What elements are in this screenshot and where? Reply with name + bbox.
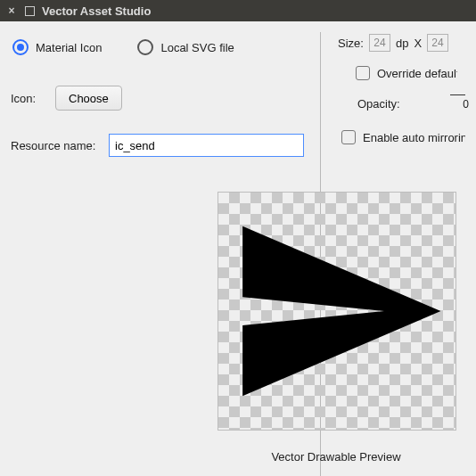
- radio-selected-icon: [12, 39, 29, 55]
- size-height-input[interactable]: 24: [427, 34, 448, 52]
- size-separator: X: [414, 37, 422, 50]
- source-radio-group: Material Icon Local SVG file: [12, 39, 316, 55]
- resource-name-label: Resource name:: [11, 139, 100, 152]
- maximize-icon[interactable]: [25, 6, 35, 16]
- opacity-label: Opacity:: [357, 97, 400, 111]
- preview-caption: Vector Drawable Preview: [217, 450, 455, 464]
- auto-mirror-label: Enable auto mirroring for RTL layout: [363, 131, 465, 144]
- override-size-label: Override default size from Material Desi…: [377, 67, 457, 80]
- size-width-input[interactable]: 24: [369, 34, 390, 52]
- resource-name-input[interactable]: [109, 134, 304, 157]
- radio-material-label: Material Icon: [36, 41, 102, 54]
- size-unit: dp: [396, 37, 408, 50]
- radio-unselected-icon: [137, 39, 153, 55]
- radio-local-svg[interactable]: Local SVG file: [137, 39, 234, 55]
- size-label: Size:: [338, 37, 364, 50]
- override-size-checkbox[interactable]: Override default size from Material Desi…: [356, 66, 465, 80]
- opacity-row: Opacity: 0: [357, 93, 465, 114]
- opacity-value: 0: [463, 98, 469, 111]
- window-title: Vector Asset Studio: [42, 4, 151, 18]
- close-icon[interactable]: ×: [5, 4, 18, 17]
- checkbox-unchecked-icon: [356, 66, 370, 80]
- vector-preview: [217, 192, 456, 431]
- choose-button[interactable]: Choose: [55, 86, 122, 111]
- auto-mirror-checkbox[interactable]: Enable auto mirroring for RTL layout: [341, 130, 465, 144]
- opacity-slider[interactable]: 0: [407, 93, 465, 114]
- radio-svg-label: Local SVG file: [160, 41, 234, 54]
- radio-material-icon[interactable]: Material Icon: [12, 39, 102, 55]
- window-titlebar: × Vector Asset Studio: [0, 0, 476, 21]
- send-icon: [224, 198, 450, 424]
- icon-label: Icon:: [11, 92, 46, 105]
- size-row: Size: 24 dp X 24: [338, 34, 465, 52]
- checkbox-unchecked-icon: [341, 130, 356, 144]
